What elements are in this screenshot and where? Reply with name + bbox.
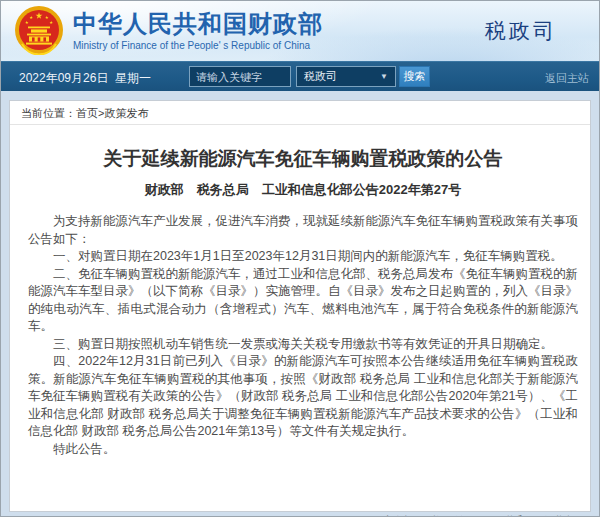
page: 中华人民共和国财政部 Ministry of Finance of the Pe… <box>0 0 600 517</box>
doc-number: 财政部 税务总局 工业和信息化部公告2022年第27号 <box>28 182 578 198</box>
article: 关于延续新能源汽车免征车辆购置税政策的公告 财政部 税务总局 工业和信息化部公告… <box>10 147 590 517</box>
article-paragraph: 特此公告。 <box>28 441 578 459</box>
search-scope-select[interactable]: 税政司 ▼ <box>296 66 396 87</box>
article-body: 为支持新能源汽车产业发展，促进汽车消费，现就延续新能源汽车免征车辆购置税政策有关… <box>28 213 578 458</box>
site-subtitle-en: Ministry of Finance of the People' s Rep… <box>73 40 323 51</box>
brand[interactable]: 中华人民共和国财政部 Ministry of Finance of the Pe… <box>14 5 323 55</box>
back-to-main-link[interactable]: 返回主站 <box>545 71 589 86</box>
breadcrumb-path[interactable]: 首页>政策发布 <box>76 107 148 119</box>
breadcrumb-label: 当前位置： <box>21 107 76 119</box>
article-title: 关于延续新能源汽车免征车辆购置税政策的公告 <box>28 147 578 171</box>
department-title: 税政司 <box>485 17 557 45</box>
article-paragraph: 三、购置日期按照机动车销售统一发票或海关关税专用缴款书等有效凭证的开具日期确定。 <box>28 336 578 354</box>
chevron-down-icon: ▼ <box>380 72 388 81</box>
article-paragraph: 四、2022年12月31日前已列入《目录》的新能源汽车可按照本公告继续适用免征车… <box>28 353 578 441</box>
current-date: 2022年09月26日 星期一 <box>19 70 151 87</box>
toolbar: 2022年09月26日 星期一 税政司 ▼ 搜索 返回主站 <box>1 61 599 91</box>
brand-text: 中华人民共和国财政部 Ministry of Finance of the Pe… <box>73 10 323 51</box>
breadcrumb: 当前位置：首页>政策发布 <box>10 101 590 125</box>
article-paragraph: 二、免征车辆购置税的新能源汽车，通过工业和信息化部、税务总局发布《免征车辆购置税… <box>28 266 578 336</box>
search-input[interactable] <box>189 66 291 87</box>
site-header: 中华人民共和国财政部 Ministry of Finance of the Pe… <box>1 1 599 61</box>
site-title: 中华人民共和国财政部 <box>73 10 323 38</box>
article-paragraph: 一、对购置日期在2023年1月1日至2023年12月31日期间内的新能源汽车，免… <box>28 248 578 266</box>
search-scope-value: 税政司 <box>304 69 337 84</box>
search-button[interactable]: 搜索 <box>399 66 430 87</box>
article-paragraph: 为支持新能源汽车产业发展，促进汽车消费，现就延续新能源汽车免征车辆购置税政策有关… <box>28 213 578 248</box>
content-box: 当前位置：首页>政策发布 关于延续新能源汽车免征车辆购置税政策的公告 财政部 税… <box>9 100 591 512</box>
national-emblem-icon <box>14 5 64 55</box>
